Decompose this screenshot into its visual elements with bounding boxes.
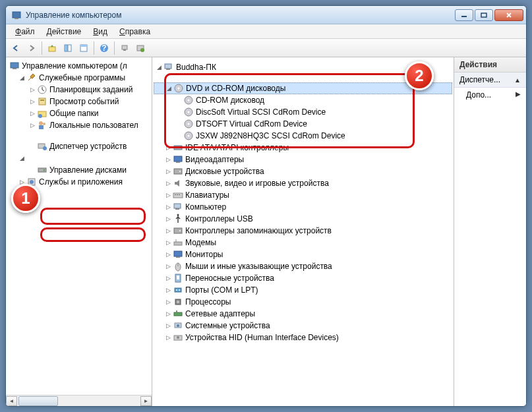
properties-button[interactable] (76, 41, 91, 55)
tree-label: Локальные пользовател (49, 121, 138, 130)
expander-expand-icon[interactable]: ▷ (164, 251, 172, 258)
clock-icon (37, 84, 47, 95)
expander-expand-icon[interactable]: ▷ (28, 110, 36, 117)
menu-help[interactable]: Справка (114, 26, 156, 38)
tree-root-computer-mgmt[interactable]: Управление компьютером (л (7, 60, 150, 72)
device-cat-13[interactable]: ▷ Процессоры (154, 296, 452, 308)
svg-point-30 (30, 180, 34, 184)
submenu-arrow-icon: ▶ (516, 90, 521, 100)
tree-label: Звуковые, видео и игровые устройства (185, 179, 329, 188)
expander-expand-icon[interactable]: ▷ (164, 156, 172, 163)
device-cat-10[interactable]: ▷ Мыши и иные указывающие устройства (154, 260, 452, 272)
net-icon (173, 309, 183, 319)
expander-expand-icon[interactable]: ▷ (164, 287, 172, 293)
svg-rect-58 (174, 251, 182, 256)
maximize-button[interactable] (475, 9, 493, 21)
menubar: Файл Действие Вид Справка (6, 24, 526, 39)
device-cat-1[interactable]: ▷ Видеоадаптеры (154, 154, 452, 165)
forward-button[interactable] (24, 41, 39, 55)
app-icon (11, 10, 22, 20)
expander-expand-icon[interactable]: ▷ (164, 334, 172, 341)
tree-shared-folders[interactable]: ▷ Общие папки (7, 107, 150, 119)
menu-view[interactable]: Вид (88, 26, 113, 38)
tree-label: Устройства HID (Human Interface Devices) (185, 333, 339, 342)
actions-row1-label: Диспетче... (459, 75, 500, 84)
svg-rect-57 (174, 242, 182, 245)
expander-expand-icon[interactable]: ▷ (164, 239, 172, 246)
device-dvd-item-1[interactable]: DiscSoft Virtual SCSI CdRom Device (154, 106, 452, 118)
device-cat-5[interactable]: ▷ Компьютер (154, 201, 452, 213)
event-icon (37, 96, 47, 107)
expander-expand-icon[interactable]: ▷ (164, 180, 172, 187)
close-button[interactable] (494, 9, 523, 21)
device-cat-16[interactable]: ▷ Устройства HID (Human Interface Device… (154, 332, 452, 343)
expander-expand-icon[interactable]: ▷ (164, 144, 172, 151)
expander-expand-icon[interactable]: ▷ (28, 122, 36, 129)
device-cat-15[interactable]: ▷ Системные устройства (154, 320, 452, 332)
device-cat-2[interactable]: ▷ Дисковые устройства (154, 165, 452, 177)
expander-expand-icon[interactable]: ▷ (164, 310, 172, 317)
svg-rect-45 (176, 162, 180, 163)
tree-storage[interactable]: ◢ (7, 152, 150, 164)
minimize-button[interactable] (455, 9, 473, 21)
expander-collapse-icon[interactable]: ◢ (18, 74, 26, 81)
device-cat-12[interactable]: ▷ Порты (COM и LPT) (154, 284, 452, 296)
menu-action[interactable]: Действие (42, 26, 87, 38)
expander-expand-icon[interactable]: ▷ (164, 322, 172, 329)
tree-event-viewer[interactable]: ▷ Просмотр событий (7, 96, 150, 107)
tree-task-scheduler[interactable]: ▷ Планировщик заданий (7, 84, 150, 96)
disc-icon (183, 131, 194, 141)
left-scrollbar-h[interactable]: ◄► (6, 395, 152, 406)
device-cat-4[interactable]: ▷ Клавиатуры (154, 189, 452, 201)
device-cat-7[interactable]: ▷ Контроллеры запоминающих устройств (154, 225, 452, 237)
back-button[interactable] (9, 41, 23, 55)
device-dvd-item-2[interactable]: DTSOFT Virtual CdRom Device (154, 118, 452, 130)
tree-label: Управление компьютером (л (22, 61, 127, 71)
actions-row-2[interactable]: Допо... ▶ (454, 88, 526, 102)
tree-local-users[interactable]: ▷ Локальные пользовател (7, 119, 150, 131)
svg-rect-48 (173, 193, 183, 198)
expander-collapse-icon[interactable]: ◢ (18, 155, 26, 162)
expander-expand-icon[interactable]: ▷ (164, 263, 172, 270)
tree-label: Дисковые устройства (185, 167, 264, 176)
tree-system-tools[interactable]: ◢ Служебные программы (7, 72, 150, 84)
svg-rect-5 (65, 45, 67, 51)
device-dvd-item-0[interactable]: CD-ROM дисковод (154, 94, 452, 106)
expander-expand-icon[interactable]: ▷ (164, 227, 172, 234)
device-cat-11[interactable]: ▷ Переносные устройства (154, 272, 452, 284)
kbd-icon (173, 190, 183, 200)
svg-rect-46 (174, 169, 182, 174)
device-cat-0[interactable]: ▷ IDE ATA/ATAPI контроллеры (154, 142, 452, 154)
pc-icon (163, 62, 174, 73)
device-cat-14[interactable]: ▷ Сетевые адаптеры (154, 308, 452, 320)
expander-expand-icon[interactable]: ▷ (164, 168, 172, 175)
device-cat-6[interactable]: ▷ Контроллеры USB (154, 213, 452, 225)
expander-expand-icon[interactable]: ▷ (164, 216, 172, 222)
svg-point-34 (178, 88, 180, 90)
actions-row-1[interactable]: Диспетче... ▲ (454, 73, 526, 88)
expander-expand-icon[interactable]: ▷ (164, 192, 172, 198)
expander-expand-icon[interactable]: ▷ (28, 98, 36, 105)
device-dvd-item-3[interactable]: JSXW J892N8HQ3C SCSI CdRom Device (154, 130, 452, 142)
expander-collapse-icon[interactable]: ◢ (165, 85, 173, 92)
device-cat-8[interactable]: ▷ Модемы (154, 237, 452, 249)
left-tree-panel: Управление компьютером (л ◢ Служебные пр… (6, 57, 152, 406)
menu-file[interactable]: Файл (10, 26, 40, 38)
actions-row2-label: Допо... (466, 90, 491, 100)
scan-button[interactable] (117, 41, 132, 55)
expander-expand-icon[interactable]: ▷ (164, 275, 172, 281)
device-cat-3[interactable]: ▷ Звуковые, видео и игровые устройства (154, 177, 452, 189)
tree-label: Переносные устройства (185, 274, 274, 283)
up-button[interactable] (45, 41, 59, 55)
help-button[interactable]: ? (97, 41, 111, 55)
refresh-button[interactable] (133, 41, 148, 55)
device-cat-9[interactable]: ▷ Мониторы (154, 249, 452, 260)
expander-collapse-icon[interactable]: ◢ (155, 64, 163, 71)
expander-expand-icon[interactable]: ▷ (164, 204, 172, 210)
tree-device-manager[interactable]: Диспетчер устройств (7, 140, 150, 152)
expander-expand-icon[interactable]: ▷ (164, 299, 172, 305)
svg-rect-23 (39, 125, 44, 129)
show-hide-tree-button[interactable] (61, 41, 75, 55)
expander-expand-icon[interactable]: ▷ (28, 86, 36, 93)
tree-disk-mgmt[interactable]: Управление дисками (7, 164, 150, 176)
